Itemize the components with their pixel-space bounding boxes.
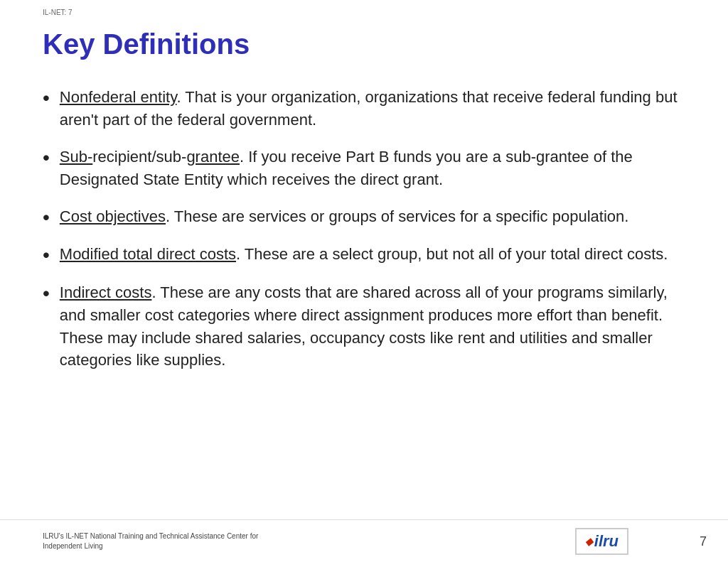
footer: ILRU's IL-NET National Training and Tech… bbox=[0, 519, 728, 562]
bullet-dot: • bbox=[43, 243, 50, 267]
term: Cost objectives bbox=[60, 207, 166, 225]
logo-text: ilru bbox=[594, 532, 619, 551]
ilru-logo-box: ◆ ilru bbox=[575, 528, 628, 555]
slide-number-label: IL-NET: 7 bbox=[43, 9, 73, 16]
term-part: recipient/sub- bbox=[92, 148, 186, 166]
content-area: • Nonfederal entity. That is your organi… bbox=[43, 86, 685, 372]
bullet-list: • Nonfederal entity. That is your organi… bbox=[43, 86, 685, 372]
page-number: 7 bbox=[700, 534, 707, 549]
bullet-dot: • bbox=[43, 281, 50, 306]
footer-logo: ◆ ilru bbox=[575, 528, 628, 555]
footer-text: ILRU's IL-NET National Training and Tech… bbox=[43, 531, 284, 551]
term-definition: . These are services or groups of servic… bbox=[166, 207, 628, 225]
term-part: grantee bbox=[186, 148, 240, 166]
list-item: • Indirect costs. These are any costs th… bbox=[43, 281, 685, 372]
list-item: • Sub-recipient/sub-grantee. If you rece… bbox=[43, 146, 685, 191]
list-item: • Modified total direct costs. These are… bbox=[43, 243, 685, 267]
term-definition: . These are a select group, but not all … bbox=[236, 245, 668, 263]
term-part: Sub- bbox=[60, 148, 92, 166]
term: Nonfederal entity bbox=[60, 88, 177, 106]
slide: IL-NET: 7 Key Definitions • Nonfederal e… bbox=[0, 0, 728, 562]
logo-accent-icon: ◆ bbox=[585, 536, 593, 547]
list-item: • Cost objectives. These are services or… bbox=[43, 205, 685, 229]
list-item: • Nonfederal entity. That is your organi… bbox=[43, 86, 685, 131]
bullet-dot: • bbox=[43, 205, 50, 229]
bullet-text: Sub-recipient/sub-grantee. If you receiv… bbox=[60, 146, 685, 191]
bullet-text: Indirect costs. These are any costs that… bbox=[60, 281, 685, 372]
term-definition: . These are any costs that are shared ac… bbox=[60, 283, 668, 369]
term: Indirect costs bbox=[60, 283, 152, 301]
page-title: Key Definitions bbox=[43, 28, 685, 66]
bullet-dot: • bbox=[43, 146, 50, 170]
bullet-dot: • bbox=[43, 86, 50, 110]
term: Modified total direct costs bbox=[60, 245, 236, 263]
bullet-text: Nonfederal entity. That is your organiza… bbox=[60, 86, 685, 131]
bullet-text: Cost objectives. These are services or g… bbox=[60, 205, 685, 228]
bullet-text: Modified total direct costs. These are a… bbox=[60, 243, 685, 266]
